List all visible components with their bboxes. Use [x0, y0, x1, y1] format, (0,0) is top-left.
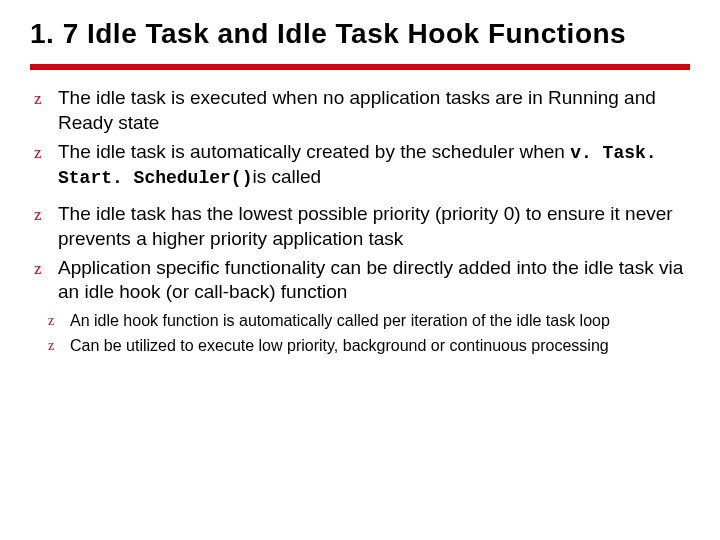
bullet-text: The idle task has the lowest possible pr… [58, 203, 673, 249]
bullet-item: The idle task is executed when no applic… [30, 86, 690, 135]
sub-bullet-text: An idle hook function is automatically c… [70, 312, 610, 329]
main-bullet-list-2: The idle task has the lowest possible pr… [30, 202, 690, 305]
bullet-text: The idle task is executed when no applic… [58, 87, 656, 133]
sub-bullet-item: Can be utilized to execute low priority,… [44, 336, 690, 357]
bullet-text-suffix: is called [252, 166, 321, 187]
main-bullet-list: The idle task is executed when no applic… [30, 86, 690, 190]
bullet-item: Application specific functionality can b… [30, 256, 690, 305]
sub-bullet-text: Can be utilized to execute low priority,… [70, 337, 609, 354]
bullet-text-prefix: The idle task is automatically created b… [58, 141, 570, 162]
bullet-item: The idle task has the lowest possible pr… [30, 202, 690, 251]
bullet-text: Application specific functionality can b… [58, 257, 683, 303]
sub-bullet-item: An idle hook function is automatically c… [44, 311, 690, 332]
title-underline [30, 64, 690, 70]
bullet-item: The idle task is automatically created b… [30, 140, 690, 191]
sub-bullet-list: An idle hook function is automatically c… [44, 311, 690, 357]
slide-title: 1. 7 Idle Task and Idle Task Hook Functi… [30, 18, 690, 50]
